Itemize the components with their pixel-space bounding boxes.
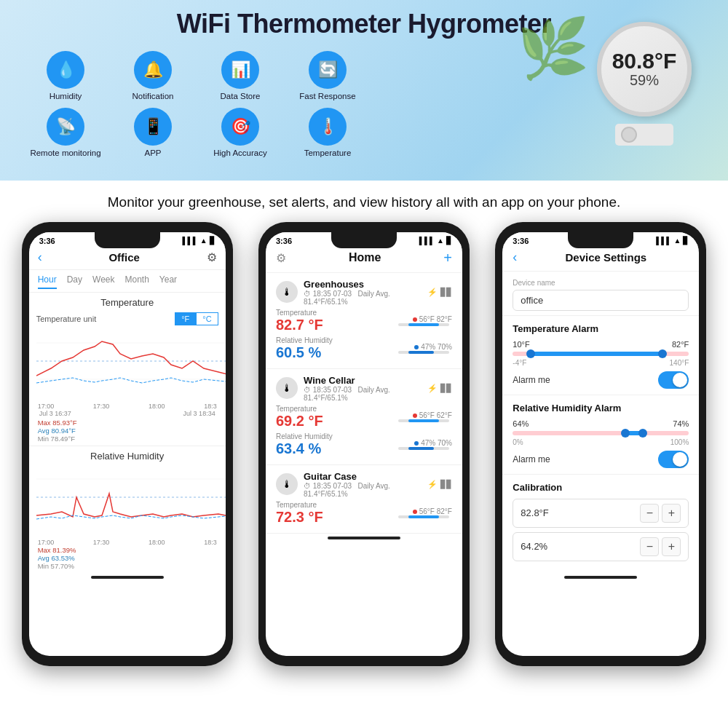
p1-settings-icon[interactable]: ⚙ [207,250,217,264]
humid-metric-row-1: Relative Humidity 63.4 % 47% 70% [276,432,452,457]
device-time-2: ⏱ 18:35 07-03 Daily Avg. 81.4°F/65.1% [304,482,427,498]
hero-features: 💧 Humidity 🔔 Notification 📊 Data Store 🔄… [15,51,393,157]
p2-device-list: 🌡 Greenhouses ⏱ 18:35 07-03 Daily Avg. 8… [266,273,462,534]
feature-icon-0: 💧 [47,51,84,89]
unit-c-button[interactable]: °C [196,312,218,325]
device-card-0[interactable]: 🌡 Greenhouses ⏱ 18:35 07-03 Daily Avg. 8… [266,273,462,369]
p3-device-name-value[interactable]: office [513,290,689,311]
humid-range-fill-0 [408,351,434,354]
p1-back-button[interactable]: ‹ [38,250,42,265]
device-avatar-1: 🌡 [276,377,298,399]
p3-humid-alarm-low: 64% [513,419,529,428]
p1-humid-min: Min 57.70% [36,562,218,570]
tab-week[interactable]: Week [92,274,114,289]
p2-battery-icon: ▊ [446,237,452,245]
p1-time: 3:36 [39,237,55,245]
device-card-2[interactable]: 🌡 Guitar Case ⏱ 18:35 07-03 Daily Avg. 8… [266,465,462,534]
humid-label-1: Relative Humidity [276,432,333,440]
battery-icon-0: ⚡ ▊▊ [427,288,452,297]
p2-add-icon[interactable]: + [443,250,452,266]
feature-item-temperature: 🌡️ Temperature [291,108,364,157]
p1-humid-title: Relative Humidity [36,451,218,462]
tab-month[interactable]: Month [124,274,149,289]
p2-home-indicator [328,537,400,539]
p2-time: 3:36 [276,237,292,245]
p2-header: ⚙ Home + [266,247,462,273]
p3-humid-alarm-slider[interactable] [513,431,689,435]
feature-label-4: Remote monitoring [30,149,100,157]
p3-status-icons: ▌▌▌ ▲ ▊ [656,237,689,245]
p3-cal-humid-minus[interactable]: − [640,537,659,556]
p3-humid-alarm-me-label: Alarm me [513,454,550,464]
p1-wifi-icon: ▲ [200,237,207,245]
p1-header: ‹ Office ⚙ [29,247,226,270]
feature-item-remote-monitoring: 📡 Remote monitoring [29,108,102,157]
p1-unit-row: Temperature unit °F °C [36,311,218,327]
bluetooth-icon-0: ⚡ [427,288,438,297]
p3-humid-slider-thumb-high[interactable] [638,429,647,438]
p3-humid-alarm-title: Relative Humidity Alarm [513,403,689,414]
feature-item-fast-response: 🔄 Fast Response [291,51,364,100]
p2-wifi-icon: ▲ [437,237,444,245]
p3-cal-humid-row: 64.2% − + [513,532,689,561]
temp-label-1: Temperature [276,405,323,413]
tab-day[interactable]: Day [67,274,82,289]
device-name-1: Wine Cellar [304,375,427,386]
humid-label-0: Relative Humidity [276,336,333,344]
humid-range-fill-1 [408,447,434,450]
temp-range-dot-0 [413,317,417,322]
p3-temp-slider-thumb-high[interactable] [658,349,667,358]
p1-status-icons: ▌▌▌ ▲ ▊ [182,237,215,245]
p3-cal-temp-row: 82.8°F − + [513,499,689,528]
device-button [621,127,637,143]
phone-2-screen: 3:36 ▌▌▌ ▲ ▊ ⚙ Home + 🌡 Greenhouses [266,232,462,656]
p2-settings-icon[interactable]: ⚙ [276,251,286,265]
p3-cal-temp-plus[interactable]: + [662,504,681,523]
p1-unit-toggle: °F °C [175,312,218,325]
p1-temp-time-labels: 17:00 17:30 18:00 18:3 [36,403,218,410]
p1-temp-chart [36,328,218,401]
temp-value-0: 82.7 °F [276,317,323,333]
bluetooth-icon-2: ⚡ [427,480,438,489]
temp-range-bar-1 [398,419,449,422]
p3-temp-alarm-toggle[interactable] [658,371,689,389]
temp-range-bar-0 [398,323,449,326]
p3-back-button[interactable]: ‹ [513,250,517,265]
p3-calibration: Calibration 82.8°F − + 64.2% − + [502,475,699,573]
battery-level-1: ▊▊ [440,384,452,393]
p3-temp-slider-thumb-low[interactable] [526,349,535,358]
p3-temp-alarm: Temperature Alarm 10°F 82°F -4°F 140°F A… [502,316,699,395]
device-avatar-2: 🌡 [276,473,298,495]
p3-temp-alarm-title: Temperature Alarm [513,323,689,334]
humid-value-1: 63.4 % [276,440,333,457]
unit-f-button[interactable]: °F [175,312,196,325]
p3-home-indicator [564,576,637,579]
p3-signal-icon: ▌▌▌ [656,237,671,245]
tab-hour[interactable]: Hour [38,274,57,289]
hero-banner: WiFi Thermometer Hygrometer 💧 Humidity 🔔… [0,0,728,181]
p3-temp-min: -4°F [513,359,526,367]
battery-level-0: ▊▊ [440,288,452,297]
p3-cal-humid-plus[interactable]: + [662,537,681,556]
p3-humid-min: 0% [513,438,523,446]
device-display: 🌿 80.8°F 59% [561,15,706,160]
tab-year[interactable]: Year [159,274,177,289]
device-card-1[interactable]: 🌡 Wine Cellar ⏱ 18:35 07-03 Daily Avg. 8… [266,369,462,465]
phones-section: 3:36 ▌▌▌ ▲ ▊ ‹ Office ⚙ Hour Day Week Mo… [0,222,728,666]
p1-humid-time-labels: 17:00 17:30 18:00 18:3 [36,539,218,546]
p3-humid-alarm-toggle[interactable] [658,451,689,468]
p3-humid-alarm-me-row: Alarm me [513,451,689,468]
p3-header: ‹ Device Settings [502,247,699,272]
battery-icon-2: ⚡ ▊▊ [427,480,452,489]
p3-humid-slider-thumb-low[interactable] [621,429,630,438]
temp-metric-row-2: Temperature 72.3 °F 56°F 82°F [276,501,452,526]
p1-signal-icon: ▌▌▌ [182,237,197,245]
humid-range-bar-0 [398,351,449,354]
feature-icon-4: 📡 [47,108,84,146]
p3-cal-temp-minus[interactable]: − [640,504,659,523]
p3-temp-alarm-slider[interactable] [513,352,689,356]
p2-signal-icon: ▌▌▌ [419,237,435,245]
phone-1: 3:36 ▌▌▌ ▲ ▊ ‹ Office ⚙ Hour Day Week Mo… [22,222,233,666]
p3-cal-temp-controls: − + [640,504,681,523]
device-name-0: Greenhouses [304,279,427,290]
